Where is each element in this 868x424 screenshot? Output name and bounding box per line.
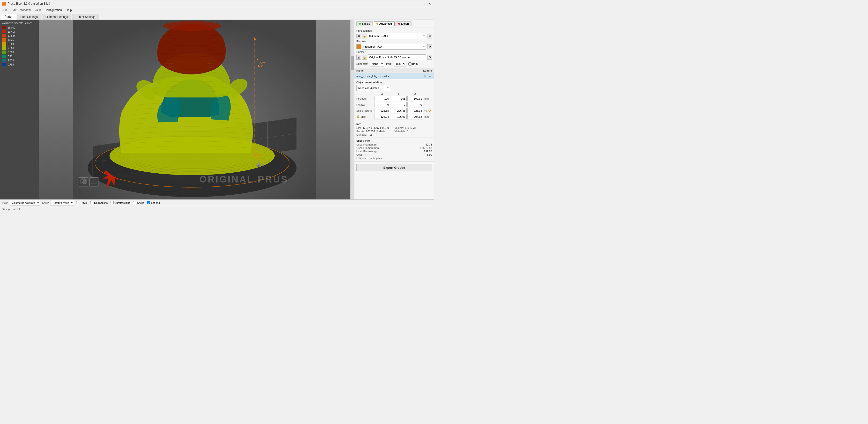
rotate-z-input[interactable] xyxy=(407,102,423,107)
brim-checkbox[interactable] xyxy=(408,62,411,66)
menu-view[interactable]: View xyxy=(33,8,43,12)
view-dropdown[interactable]: Volumetric flow rate xyxy=(10,200,40,205)
print-settings-dropdown[interactable]: 0.40mm DRAFT ▼ xyxy=(368,33,426,39)
filament-mm3-key: Used Filament (mm³) xyxy=(356,146,381,150)
legend-item-4: 8.669 xyxy=(2,42,37,46)
size-z-input[interactable] xyxy=(407,114,423,120)
print-time-row: Estimated printing time: xyxy=(356,157,432,160)
tab-printer-settings[interactable]: Printer Settings xyxy=(72,14,99,20)
unretractions-checkbox[interactable] xyxy=(111,201,114,204)
simple-mode-dot xyxy=(359,23,361,25)
export-gcode-button[interactable]: Export G-code xyxy=(356,164,432,171)
volume-info-item: Volume: 61612.34 xyxy=(395,126,432,129)
menu-file[interactable]: File xyxy=(1,8,9,12)
infill-label: Infill: xyxy=(386,62,392,65)
minimize-button[interactable]: ─ xyxy=(415,1,421,6)
legend-value-4: 8.669 xyxy=(8,43,14,45)
viewport[interactable]: ORIGINAL PRUS 3D xyxy=(39,20,350,199)
filament-arrow: ▼ xyxy=(423,45,425,48)
tab-print-settings[interactable]: Print Settings xyxy=(17,14,41,20)
legend-color-3 xyxy=(2,38,6,41)
expert-mode-button[interactable]: Expert xyxy=(396,21,411,26)
shells-checkbox[interactable] xyxy=(133,201,136,204)
expert-mode-dot xyxy=(398,23,400,25)
filament-dropdown[interactable]: Prusament PLA ▼ xyxy=(362,44,426,50)
filament-edit-icon[interactable]: ⚙ xyxy=(427,44,432,49)
travel-checkbox-label[interactable]: Travel xyxy=(76,201,87,204)
position-z-input[interactable] xyxy=(407,96,423,101)
travel-checkbox[interactable] xyxy=(76,201,79,204)
print-settings-lock-icon[interactable]: 🔒 xyxy=(362,34,367,38)
menu-help[interactable]: Help xyxy=(64,8,74,12)
filament-g-key: Used Filament (g) xyxy=(356,150,377,153)
scrollbar-thumb[interactable] xyxy=(351,56,354,70)
sliced-info-title: Sliced Info xyxy=(356,139,432,142)
menu-configuration[interactable]: Configuration xyxy=(43,8,64,12)
legend-value-5: 7.066 xyxy=(8,47,14,50)
tab-filament-settings[interactable]: Filament Settings xyxy=(42,14,72,20)
show-dropdown[interactable]: Feature types xyxy=(51,200,74,205)
print-settings-gear-icon[interactable]: ⚙ xyxy=(356,34,361,38)
brim-checkbox-label[interactable]: Brim: xyxy=(408,62,418,66)
legend-value-9: 0.755 xyxy=(8,63,14,66)
position-y-input[interactable] xyxy=(391,96,407,101)
simple-mode-button[interactable]: Simple xyxy=(356,21,373,26)
supports-dropdown[interactable]: None xyxy=(370,61,384,66)
cost-row: Cost 5.99 xyxy=(356,153,432,156)
position-x-input[interactable] xyxy=(374,96,390,101)
print-settings-edit-icon[interactable]: ⚙ xyxy=(427,34,432,38)
app-icon xyxy=(2,2,6,6)
size-y-input[interactable] xyxy=(391,114,407,120)
window-controls: ─ □ ✕ xyxy=(415,1,432,6)
printer-dropdown[interactable]: Original Prusa i3 MK3S 0.6 nozzle ▼ xyxy=(368,55,426,60)
filament-color-swatch[interactable] xyxy=(356,44,361,49)
retractions-checkbox[interactable] xyxy=(90,201,93,204)
advanced-mode-button[interactable]: Advanced xyxy=(374,21,395,26)
printer-label: Printer : xyxy=(356,51,432,54)
object-visible-icon-0[interactable]: 👁 xyxy=(423,74,427,78)
tab-bar: Plater Print Settings Filament Settings … xyxy=(0,13,434,20)
viewport-scrollbar[interactable] xyxy=(350,20,354,199)
print-settings-label: Print settings : xyxy=(356,29,432,32)
filament-value: Prusament PLA xyxy=(363,45,382,48)
rotate-y-input[interactable] xyxy=(391,102,407,107)
object-edit-icon-0[interactable]: ✏ xyxy=(428,74,432,78)
shells-checkbox-label[interactable]: Shells xyxy=(133,201,144,204)
legend-checkbox-label[interactable]: Legend xyxy=(147,201,160,204)
menu-window[interactable]: Window xyxy=(19,8,33,12)
size-x-input[interactable] xyxy=(374,114,390,120)
bottom-toolbar: View Volumetric flow rate Show Feature t… xyxy=(0,199,434,206)
printer-arrow: ▼ xyxy=(423,56,425,59)
position-label: Position: xyxy=(356,97,374,100)
legend-item-7: 3.921 xyxy=(2,55,37,58)
title-bar-left: PrusaSlicer-2.2.0 based on Slic3r xyxy=(2,2,51,6)
coord-system-dropdown[interactable]: World coordinates ▼ xyxy=(356,85,390,91)
svg-text:77.40: 77.40 xyxy=(258,61,265,64)
infill-dropdown[interactable]: 15% xyxy=(394,61,406,66)
scale-reset-button[interactable]: ↺ xyxy=(427,108,432,113)
unretractions-checkbox-label[interactable]: Unretractions xyxy=(111,201,130,204)
materials-info-key: Materials: xyxy=(395,130,406,133)
scale-y-input[interactable] xyxy=(391,108,407,113)
close-button[interactable]: ✕ xyxy=(427,1,432,6)
supports-infill-row: Supports: None Infill: 15% Brim: xyxy=(356,61,432,66)
size-info-val: 56.07 x 56.07 x 90.39 xyxy=(363,126,389,129)
rotate-x-input[interactable] xyxy=(374,102,390,107)
printer-lock-icon[interactable]: 🔒 xyxy=(362,55,367,60)
object-row-0[interactable]: mini_female_lab_scientist.stl 👁 ✏ xyxy=(354,73,434,79)
retractions-checkbox-label[interactable]: Retractions xyxy=(90,201,107,204)
brim-label: Brim: xyxy=(412,62,418,65)
printer-edit-icon[interactable]: ⚙ xyxy=(427,55,432,60)
scale-z-input[interactable] xyxy=(407,108,423,113)
tab-plater[interactable]: Plater xyxy=(1,14,16,20)
object-list-header: Name Editing xyxy=(354,68,434,73)
legend-checkbox[interactable] xyxy=(147,201,150,204)
manipulation-title: Object manipulation xyxy=(356,81,432,84)
legend-color-7 xyxy=(2,55,6,58)
maximize-button[interactable]: □ xyxy=(422,1,426,6)
menu-edit[interactable]: Edit xyxy=(9,8,19,12)
menu-bar: File Edit Window View Configuration Help xyxy=(0,7,434,13)
scale-x-input[interactable] xyxy=(374,108,390,113)
legend-item-6: 5.503 xyxy=(2,51,37,54)
legend-value-8: 2.338 xyxy=(8,59,14,62)
